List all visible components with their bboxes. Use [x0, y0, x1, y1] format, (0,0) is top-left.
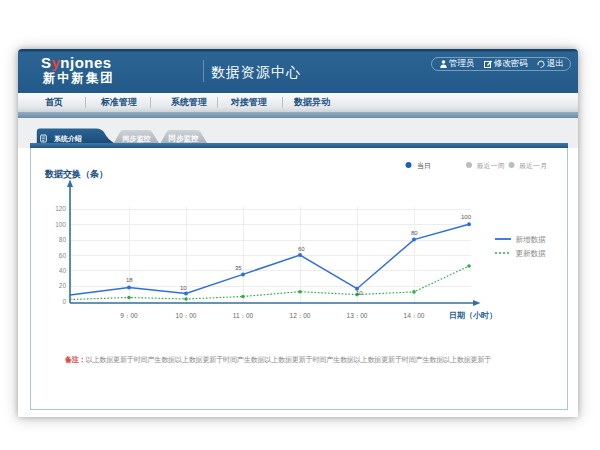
- svg-text:更新数据: 更新数据: [516, 249, 547, 258]
- svg-text:日期（小时）: 日期（小时）: [449, 311, 497, 320]
- svg-text:当日: 当日: [417, 162, 431, 170]
- svg-text:最近一周: 最近一周: [477, 162, 505, 169]
- svg-text:60: 60: [59, 252, 67, 259]
- svg-text:0: 0: [62, 298, 66, 305]
- svg-text:100: 100: [461, 214, 472, 220]
- svg-text:120: 120: [55, 205, 66, 212]
- svg-text:80: 80: [411, 230, 418, 236]
- svg-text:10: 10: [180, 285, 187, 291]
- svg-text:13：00: 13：00: [347, 312, 368, 319]
- svg-text:100: 100: [55, 221, 66, 228]
- svg-text:35: 35: [235, 265, 242, 271]
- svg-text:9：00: 9：00: [120, 312, 138, 319]
- svg-text:10: 10: [356, 290, 363, 296]
- svg-text:20: 20: [59, 282, 67, 289]
- svg-text:数据交换（条）: 数据交换（条）: [44, 169, 108, 179]
- svg-text:同步监控: 同步监控: [169, 134, 200, 143]
- svg-text:18: 18: [126, 277, 133, 283]
- svg-text:系统介绍: 系统介绍: [53, 134, 82, 143]
- svg-text:11：00: 11：00: [233, 312, 254, 319]
- svg-text:同步监控: 同步监控: [123, 135, 151, 143]
- svg-text:12：00: 12：00: [290, 312, 311, 319]
- svg-text:新增数据: 新增数据: [516, 235, 547, 244]
- svg-text:60: 60: [298, 246, 305, 252]
- svg-text:14：00: 14：00: [404, 312, 425, 319]
- svg-text:最近一月: 最近一月: [519, 162, 547, 170]
- svg-text:80: 80: [59, 236, 67, 243]
- svg-text:40: 40: [59, 267, 67, 274]
- svg-text:10：00: 10：00: [176, 312, 197, 319]
